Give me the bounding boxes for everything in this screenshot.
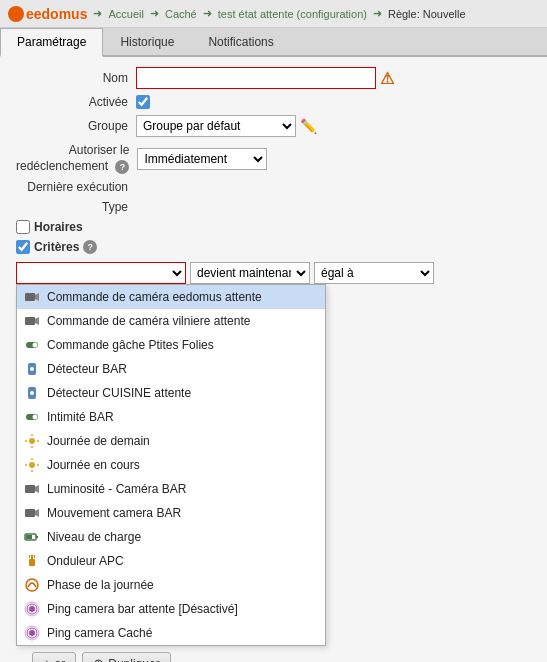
breadcrumb-arrow-1: ➜: [93, 7, 102, 20]
dupliquer-button[interactable]: ⊕ Dupliquer: [82, 652, 170, 662]
criteria-becomes-select[interactable]: devient maintenant: [190, 262, 310, 284]
item-label-7: Journée en cours: [47, 458, 140, 472]
item-icon-10: [23, 528, 41, 546]
svg-point-12: [29, 438, 35, 444]
criteria-equal-select[interactable]: égal à: [314, 262, 434, 284]
criteria-controls: devient maintenant égal à: [16, 262, 531, 284]
item-label-11: Onduleur APC: [47, 554, 124, 568]
help-icon-autoriser[interactable]: ?: [115, 160, 129, 174]
activee-checkbox[interactable]: [136, 95, 150, 109]
dropdown-list: Commande de caméra eedomus attente Comma…: [16, 284, 326, 646]
item-label-1: Commande de caméra vilniere attente: [47, 314, 250, 328]
dropdown-item-8[interactable]: Luminosité - Caméra BAR: [17, 477, 325, 501]
item-icon-7: [23, 456, 41, 474]
nom-row: Nom ⚠: [16, 67, 531, 89]
groupe-select[interactable]: Groupe par défaut: [136, 115, 296, 137]
item-icon-6: [23, 432, 41, 450]
dropdown-item-1[interactable]: Commande de caméra vilniere attente: [17, 309, 325, 333]
item-icon-13: [23, 600, 41, 618]
item-icon-11: [23, 552, 41, 570]
item-icon-8: [23, 480, 41, 498]
breadcrumb-config[interactable]: test état attente (configuration): [218, 8, 367, 20]
item-icon-0: [23, 288, 41, 306]
logo-text: eedomus: [26, 6, 87, 22]
svg-marker-3: [35, 317, 39, 325]
tab-notifications[interactable]: Notifications: [191, 28, 290, 55]
svg-point-34: [29, 606, 35, 612]
dropdown-item-4[interactable]: Détecteur CUISINE attente: [17, 381, 325, 405]
logo-circle: [8, 6, 24, 22]
svg-rect-0: [25, 293, 35, 301]
breadcrumb-accueil[interactable]: Accueil: [108, 8, 143, 20]
tab-historique[interactable]: Historique: [103, 28, 191, 55]
breadcrumb-current: Règle: Nouvelle: [388, 8, 466, 20]
type-row: Type: [16, 200, 531, 214]
item-icon-3: [23, 360, 41, 378]
item-icon-14: [23, 624, 41, 642]
activee-row: Activée: [16, 95, 531, 109]
dupliquer-icon: ⊕: [93, 656, 104, 662]
svg-rect-22: [25, 485, 35, 493]
item-icon-2: [23, 336, 41, 354]
top-bar: eedomus ➜ Accueil ➜ Caché ➜ test état at…: [0, 0, 547, 28]
activee-label: Activée: [16, 95, 136, 109]
breadcrumb-arrow-4: ➜: [373, 7, 382, 20]
breadcrumb-cache[interactable]: Caché: [165, 8, 197, 20]
horaires-checkbox[interactable]: [16, 220, 30, 234]
item-label-9: Mouvement camera BAR: [47, 506, 181, 520]
svg-point-5: [33, 343, 38, 348]
edit-icon[interactable]: ✏️: [300, 118, 317, 134]
or-icon: +: [43, 656, 51, 662]
item-label-5: Intimité BAR: [47, 410, 114, 424]
warning-icon: ⚠: [380, 69, 394, 88]
item-label-3: Détecteur BAR: [47, 362, 127, 376]
dropdown-item-10[interactable]: Niveau de charge: [17, 525, 325, 549]
item-icon-1: [23, 312, 41, 330]
type-label: Type: [16, 200, 136, 214]
svg-point-37: [29, 630, 35, 636]
help-icon-criteres[interactable]: ?: [83, 240, 97, 254]
dropdown-item-9[interactable]: Mouvement camera BAR: [17, 501, 325, 525]
criteres-label: Critères: [34, 240, 79, 254]
main-content: Nom ⚠ Activée Groupe Groupe par défaut ✏…: [0, 57, 547, 662]
nom-label: Nom: [16, 71, 136, 85]
dropdown-item-2[interactable]: Commande gâche Ptites Folies: [17, 333, 325, 357]
dropdown-item-7[interactable]: Journée en cours: [17, 453, 325, 477]
item-icon-5: [23, 408, 41, 426]
horaires-label: Horaires: [34, 220, 83, 234]
autoriser-row: Autoriser le redéclenchement ? Immédiate…: [16, 143, 531, 174]
item-label-0: Commande de caméra eedomus attente: [47, 290, 262, 304]
dropdown-item-12[interactable]: Phase de la journée: [17, 573, 325, 597]
svg-rect-27: [36, 536, 38, 538]
criteria-main-select[interactable]: [16, 262, 186, 284]
actions-row: + or ⊕ Dupliquer: [16, 652, 531, 662]
svg-rect-30: [31, 555, 33, 559]
dropdown-item-13[interactable]: Ping camera bar attente [Désactivé]: [17, 597, 325, 621]
dropdown-item-3[interactable]: Détecteur BAR: [17, 357, 325, 381]
svg-rect-31: [29, 555, 30, 558]
breadcrumb-arrow-3: ➜: [203, 7, 212, 20]
dropdown-item-11[interactable]: Onduleur APC: [17, 549, 325, 573]
or-button[interactable]: + or: [32, 652, 76, 662]
autoriser-select[interactable]: Immédiatement: [137, 148, 267, 170]
item-label-4: Détecteur CUISINE attente: [47, 386, 191, 400]
groupe-label: Groupe: [16, 119, 136, 133]
tab-parametrage[interactable]: Paramétrage: [0, 28, 103, 57]
nom-input[interactable]: [136, 67, 376, 89]
item-label-8: Luminosité - Caméra BAR: [47, 482, 186, 496]
item-label-6: Journée de demain: [47, 434, 150, 448]
svg-point-9: [30, 391, 34, 395]
svg-rect-32: [34, 555, 35, 558]
derniere-row: Dernière exécution: [16, 180, 531, 194]
item-label-12: Phase de la journée: [47, 578, 154, 592]
dupliquer-label: Dupliquer: [108, 657, 159, 662]
dropdown-item-5[interactable]: Intimité BAR: [17, 405, 325, 429]
item-label-14: Ping camera Caché: [47, 626, 152, 640]
dropdown-item-0[interactable]: Commande de caméra eedomus attente: [17, 285, 325, 309]
svg-marker-1: [35, 293, 39, 301]
dropdown-item-14[interactable]: Ping camera Caché: [17, 621, 325, 645]
item-icon-9: [23, 504, 41, 522]
item-icon-12: [23, 576, 41, 594]
dropdown-item-6[interactable]: Journée de demain: [17, 429, 325, 453]
criteres-checkbox[interactable]: [16, 240, 30, 254]
